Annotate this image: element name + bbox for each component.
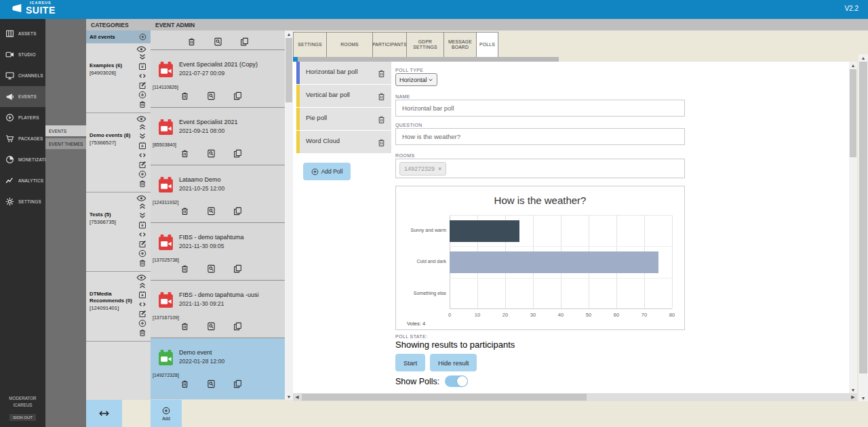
rooms-input[interactable]: 149272329 ×	[395, 159, 685, 178]
event-list-scrollbar[interactable]: ▲ ▼	[285, 30, 293, 400]
scroll-left-arrow[interactable]: ◀	[293, 393, 301, 401]
sidebar-item[interactable]: STUDIO	[0, 44, 45, 65]
sidebar-item[interactable]: ASSETS	[0, 23, 45, 44]
assign-events-icon[interactable]	[138, 62, 146, 70]
poll-type-select[interactable]: Horizontal	[395, 73, 437, 86]
sidebar-item[interactable]: ANALYTICS	[0, 170, 45, 191]
add-icon[interactable]	[138, 319, 146, 327]
room-tag-chip[interactable]: 149272329 ×	[399, 162, 446, 176]
preview-event-icon[interactable]	[214, 37, 222, 46]
visibility-eye-icon[interactable]	[136, 45, 146, 53]
preview-event-icon[interactable]	[207, 322, 216, 331]
preview-event-icon[interactable]	[207, 207, 216, 216]
poll-name-input[interactable]	[395, 100, 685, 117]
visibility-eye-icon[interactable]	[136, 195, 146, 202]
scrollbar-thumb[interactable]	[859, 62, 867, 373]
delete-event-icon[interactable]	[180, 149, 189, 158]
event-row[interactable]: Event Specialist 2021 2021-09-21 08:00 […	[151, 108, 285, 165]
scrollbar-thumb[interactable]	[302, 394, 587, 401]
collapse-panel-button[interactable]	[86, 400, 122, 427]
delete-event-icon[interactable]	[187, 37, 196, 46]
poll-list-item[interactable]: Vertical bar poll	[296, 85, 391, 107]
add-poll-button[interactable]: Add Poll	[303, 163, 351, 180]
submenu-item[interactable]: EVENTS	[45, 125, 86, 136]
assign-events-icon[interactable]	[138, 142, 146, 150]
content-vertical-scrollbar[interactable]: ▲ ▼	[849, 62, 857, 393]
sign-out-button[interactable]: SIGN OUT	[9, 414, 36, 421]
poll-list-item[interactable]: Word Cloud	[296, 131, 391, 153]
scroll-up-arrow[interactable]: ▲	[859, 54, 868, 61]
add-icon[interactable]	[138, 249, 146, 258]
move-down-icon[interactable]	[138, 132, 146, 140]
preview-event-icon[interactable]	[207, 92, 216, 100]
category-block[interactable]: Examples (6) [64903026]	[86, 43, 151, 113]
scroll-down-arrow[interactable]: ▼	[849, 386, 857, 393]
scroll-right-arrow[interactable]: ▶	[849, 393, 857, 401]
tab[interactable]: SETTINGS	[293, 32, 326, 58]
delete-event-icon[interactable]	[180, 92, 189, 100]
copy-event-icon[interactable]	[233, 322, 242, 331]
copy-event-icon[interactable]	[233, 264, 242, 273]
visibility-eye-icon[interactable]	[136, 274, 146, 281]
tab[interactable]: GDPR SETTINGS	[406, 32, 443, 58]
edit-icon[interactable]	[138, 81, 146, 89]
edit-icon[interactable]	[138, 161, 146, 169]
move-up-icon[interactable]	[138, 123, 146, 131]
category-block[interactable]: Demo events (8) [75366527]	[86, 113, 151, 192]
edit-icon[interactable]	[138, 310, 146, 318]
poll-list-item[interactable]: Pie poll	[296, 108, 391, 130]
top-horizontal-scrollbar[interactable]	[293, 57, 559, 62]
poll-list-item[interactable]: Horizontal bar poll	[296, 62, 391, 84]
copy-event-icon[interactable]	[240, 37, 249, 46]
move-up-icon[interactable]	[138, 281, 146, 289]
page-vertical-scrollbar[interactable]: ▲ ▼	[859, 54, 868, 401]
delete-icon[interactable]	[138, 329, 146, 337]
event-row[interactable]: FIBS - demo tapahtuma 2021-11-30 09:05 […	[151, 223, 285, 281]
submenu-item[interactable]: EVENT THEMES	[45, 138, 86, 149]
delete-poll-icon[interactable]	[377, 92, 386, 101]
preview-event-icon[interactable]	[207, 380, 216, 388]
copy-event-icon[interactable]	[233, 380, 242, 388]
all-events-row[interactable]: All events	[86, 30, 151, 43]
preview-event-icon[interactable]	[207, 264, 216, 273]
edit-icon[interactable]	[138, 240, 146, 248]
scrollbar-thumb[interactable]	[850, 69, 856, 157]
delete-poll-icon[interactable]	[377, 69, 386, 78]
sidebar-item[interactable]: SETTINGS	[0, 191, 45, 212]
tab[interactable]: ROOMS	[326, 32, 372, 58]
delete-poll-icon[interactable]	[377, 115, 386, 124]
delete-icon[interactable]	[138, 259, 146, 267]
event-row[interactable]: FIBS - demo tapahtuma -uusi 2021-11-30 0…	[151, 281, 285, 338]
start-button[interactable]: Start	[395, 354, 425, 371]
move-up-icon[interactable]	[138, 202, 146, 210]
category-block[interactable]: Tests (5) [75366735]	[86, 192, 151, 272]
content-horizontal-scrollbar[interactable]: ◀ ▶	[293, 393, 857, 401]
sidebar-item[interactable]: EVENTS	[0, 86, 45, 107]
scroll-up-arrow[interactable]: ▲	[849, 62, 857, 68]
scrollbar-thumb[interactable]	[285, 38, 292, 102]
sidebar-item[interactable]: PACKAGES	[0, 128, 45, 149]
copy-event-icon[interactable]	[233, 207, 242, 216]
delete-icon[interactable]	[138, 180, 146, 188]
event-row[interactable]: Event Specialist 2021 (Copy) 2021-07-27 …	[151, 50, 285, 108]
assign-events-icon[interactable]	[138, 221, 146, 229]
scroll-down-arrow[interactable]: ▼	[285, 393, 293, 400]
event-row-partial[interactable]	[151, 30, 285, 50]
event-row[interactable]: Demo event 2022-01-28 12:00 [149272328]	[151, 338, 285, 399]
delete-icon[interactable]	[138, 100, 146, 108]
event-row[interactable]: Lataamo Demo 2021-10-25 12:00 [124311932…	[151, 165, 285, 223]
show-polls-toggle[interactable]	[445, 375, 468, 387]
move-down-icon[interactable]	[138, 211, 146, 220]
embed-code-icon[interactable]	[138, 151, 146, 159]
delete-event-icon[interactable]	[180, 207, 189, 216]
sidebar-item[interactable]: PLAYERS	[0, 107, 45, 128]
delete-poll-icon[interactable]	[377, 138, 386, 147]
copy-event-icon[interactable]	[233, 92, 242, 100]
add-icon[interactable]	[138, 170, 146, 178]
scrollbar-thumb[interactable]	[298, 57, 559, 62]
add-event-button[interactable]: Add	[151, 400, 182, 427]
embed-code-icon[interactable]	[138, 72, 146, 80]
delete-event-icon[interactable]	[180, 380, 189, 388]
tab[interactable]: MESSAGE BOARD	[443, 32, 476, 58]
sidebar-item[interactable]: CHANNELS	[0, 65, 45, 86]
